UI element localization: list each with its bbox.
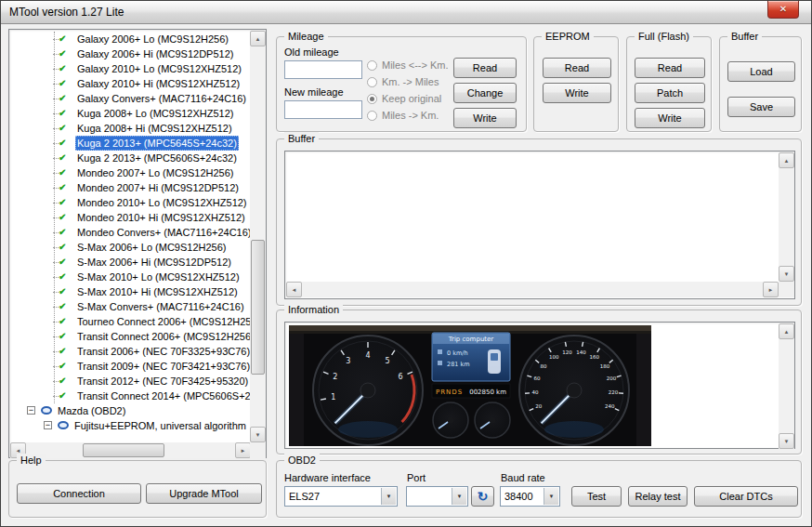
eeprom-write-button[interactable]: Write: [543, 83, 611, 103]
buffer-textarea[interactable]: [286, 152, 779, 283]
eeprom-read-button[interactable]: Read: [543, 58, 611, 78]
dropdown-arrow-icon: ▼: [549, 494, 555, 499]
tree-item[interactable]: ✔Galaxy 2010+ Lo (MC9S12XHZ512): [10, 61, 250, 76]
tree-item[interactable]: ✔S-Max 2010+ Hi (MC9S12XHZ512): [10, 284, 250, 299]
mileage-read-button[interactable]: Read: [453, 58, 517, 78]
check-icon: ✔: [59, 76, 66, 91]
tree-item[interactable]: ✔Tourneo Connect 2006+ (MC9S12H256): [10, 314, 250, 329]
mileage-write-button[interactable]: Write: [453, 108, 517, 128]
tree-item[interactable]: ✔Mondeo 2010+ Lo (MC9S12XHZ512): [10, 195, 250, 210]
chevron-down-icon[interactable]: ▼: [381, 488, 396, 505]
radio-km-to-miles[interactable]: Km. -> Miles: [367, 76, 452, 89]
radio-icon: [367, 77, 377, 87]
help-group: Help Connection Upgrade MTool: [8, 460, 267, 518]
buffer-horizontal-scrollbar[interactable]: ◄ ►: [286, 282, 779, 297]
arrow-down-icon: ▼: [255, 432, 261, 438]
close-button[interactable]: ✕: [767, 1, 799, 19]
tree-item[interactable]: ✔Mondeo Convers+ (MAC7116+24C16): [10, 225, 250, 240]
flash-patch-button[interactable]: Patch: [635, 83, 705, 103]
tree-item[interactable]: −Fujitsu+EEPROM, universal algorithm: [10, 418, 250, 433]
flash-read-button[interactable]: Read: [635, 58, 705, 78]
old-mileage-label: Old mileage: [284, 46, 339, 58]
dashboard-photo: 123456 20406080100120140160180200220240 …: [289, 325, 651, 446]
tree-item[interactable]: ✔S-Max 2010+ Lo (MC9S12XHZ512): [10, 270, 250, 284]
scroll-right-button[interactable]: ►: [763, 282, 779, 297]
tree-vertical-scrollbar[interactable]: ▲ ▼: [250, 31, 266, 442]
arrow-up-icon: ▲: [784, 329, 790, 335]
tree-item[interactable]: ✔Transit 2006+ (NEC 70F3325+93C76): [10, 344, 250, 359]
information-vertical-scrollbar[interactable]: ▲ ▼: [779, 323, 794, 449]
scroll-up-button[interactable]: ▲: [779, 152, 794, 168]
tree-item[interactable]: ✔Mondeo 2007+ Lo (MC9S12H256): [10, 165, 250, 180]
flash-write-button[interactable]: Write: [635, 108, 705, 128]
tree-item-label: Transit 2009+ (NEC 70F3421+93C76): [75, 359, 250, 374]
title-bar[interactable]: MTool version 1.27 Lite ✕: [1, 1, 811, 24]
trip-computer-screen: Trip computer 0 km/h 281 km: [432, 333, 510, 381]
tree-item[interactable]: −Mazda (OBD2): [10, 403, 250, 418]
tree-item[interactable]: ✔Galaxy 2006+ Lo (MC9S12H256): [10, 32, 250, 46]
radio-miles-km-swap[interactable]: Miles <--> Km.: [367, 59, 452, 72]
radio-miles-to-km[interactable]: Miles -> Km.: [367, 110, 452, 123]
tree-item[interactable]: ✔S-Max 2006+ Hi (MC9S12DP512): [10, 255, 250, 270]
tree-item[interactable]: ✔Galaxy Convers+ (MAC7116+24C16): [10, 91, 250, 106]
scroll-down-button[interactable]: ▼: [779, 433, 794, 449]
connection-button[interactable]: Connection: [17, 483, 141, 504]
collapse-icon[interactable]: −: [27, 406, 35, 415]
tree-item[interactable]: ✔Galaxy 2006+ Hi (MC9S12DP512): [10, 46, 250, 61]
tree-item[interactable]: ✔Kuga 2 2013+ (MPC5645S+24c32): [10, 136, 250, 151]
old-mileage-input[interactable]: [284, 60, 362, 79]
tree-item[interactable]: ✔S-Max 2006+ Lo (MC9S12H256): [10, 240, 250, 255]
tree-item[interactable]: ✔Transit Connect 2014+ (MPC5606S+24c: [10, 389, 250, 403]
buffer-load-button[interactable]: Load: [727, 61, 795, 82]
tree-item[interactable]: ✔Transit 2009+ (NEC 70F3421+93C76): [10, 359, 250, 374]
radio-icon: [367, 94, 377, 104]
collapse-icon[interactable]: −: [44, 421, 52, 429]
model-tree[interactable]: ✔Galaxy 2006+ Lo (MC9S12H256)✔Galaxy 200…: [8, 29, 267, 458]
arrow-right-icon: ►: [241, 448, 246, 454]
tree-item[interactable]: ✔Mondeo 2007+ Hi (MC9S12DP512): [10, 180, 250, 195]
new-mileage-label: New mileage: [284, 86, 344, 98]
obd2-group-title: OBD2: [284, 454, 320, 467]
tree-item-label: Mondeo 2007+ Hi (MC9S12DP512): [75, 180, 241, 195]
scroll-right-button[interactable]: ►: [235, 442, 251, 458]
scrollbar-thumb[interactable]: [251, 240, 265, 375]
tree-item-label: Tourneo Connect 2006+ (MC9S12H256): [75, 314, 250, 329]
scroll-left-button[interactable]: ◄: [286, 282, 302, 297]
radio-keep-original[interactable]: Keep original: [367, 93, 452, 106]
tree-item-label: S-Max 2006+ Lo (MC9S12H256): [75, 240, 229, 255]
scroll-down-button[interactable]: ▼: [779, 266, 794, 282]
refresh-ports-button[interactable]: ↻: [471, 486, 494, 507]
relay-test-button[interactable]: Relay test: [628, 486, 688, 507]
chevron-down-icon[interactable]: ▼: [544, 488, 558, 505]
buffer-save-button[interactable]: Save: [727, 97, 795, 117]
tree-item[interactable]: ✔Kuga 2 2013+ (MPC5606S+24c32): [10, 151, 250, 165]
tree-item[interactable]: ✔Kuga 2008+ Lo (MC9S12XHZ512): [10, 106, 250, 121]
hardware-interface-value: ELS27: [289, 491, 320, 502]
tree-item[interactable]: ✔Galaxy 2010+ Hi (MC9S12XHZ512): [10, 76, 250, 91]
close-icon: ✕: [779, 4, 787, 14]
tree-item[interactable]: ✔Transit 2012+ (NEC 70F3425+95320): [10, 374, 250, 389]
gauge-tick: [583, 342, 583, 347]
port-select[interactable]: ▼: [406, 486, 468, 507]
scroll-up-button[interactable]: ▲: [250, 31, 266, 46]
hardware-interface-select[interactable]: ELS27 ▼: [284, 486, 398, 507]
clear-dtcs-button[interactable]: Clear DTCs: [694, 486, 798, 507]
tree-item[interactable]: ✔S-Max Convers+ (MAC7116+24C16): [10, 299, 250, 314]
gauge-number: 180: [600, 363, 610, 369]
mileage-change-button[interactable]: Change: [453, 83, 517, 103]
scrollbar-thumb[interactable]: [83, 443, 164, 457]
tree-item[interactable]: ✔Kuga 2008+ Hi (MC9S12XHZ512): [10, 121, 250, 136]
baud-rate-select[interactable]: 38400 ▼: [500, 486, 560, 507]
tree-horizontal-scrollbar[interactable]: ◄ ►: [10, 442, 251, 458]
arrow-down-icon: ▼: [784, 439, 790, 444]
new-mileage-input[interactable]: [284, 100, 362, 119]
chevron-down-icon[interactable]: ▼: [452, 488, 466, 505]
tree-item[interactable]: ✔Transit Connect 2006+ (MC9S12H256): [10, 329, 250, 344]
scroll-up-button[interactable]: ▲: [779, 323, 794, 339]
buffer-vertical-scrollbar[interactable]: ▲ ▼: [779, 152, 794, 282]
scroll-down-button[interactable]: ▼: [250, 427, 266, 442]
tree-item[interactable]: ✔Mondeo 2010+ Hi (MC9S12XHZ512): [10, 210, 250, 225]
upgrade-mtool-button[interactable]: Upgrade MTool: [146, 483, 262, 504]
check-icon: ✔: [59, 359, 66, 374]
test-button[interactable]: Test: [571, 486, 622, 507]
